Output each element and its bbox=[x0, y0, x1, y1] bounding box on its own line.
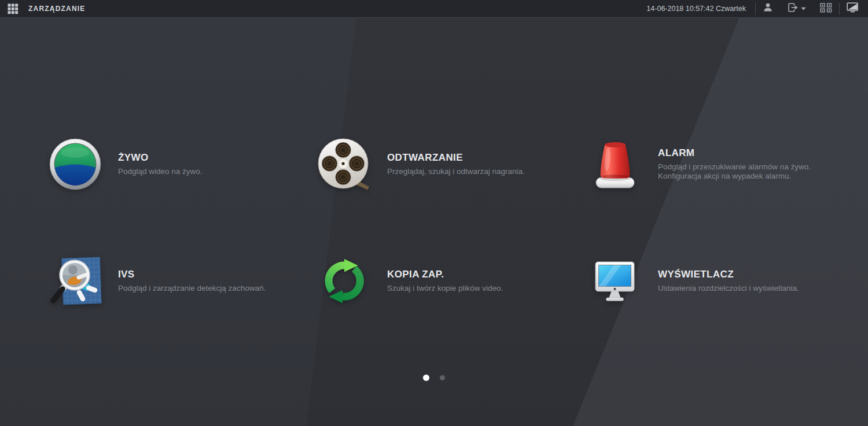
menu-item-live[interactable]: ŻYWO Podgląd wideo na żywo. bbox=[49, 136, 306, 192]
logout-icon bbox=[787, 2, 799, 15]
channel-config-icon bbox=[820, 3, 832, 15]
pagination bbox=[0, 375, 868, 381]
menu-item-desc: Przeglądaj, szukaj i odtwarzaj nagrania. bbox=[387, 167, 525, 176]
menu-item-title: ALARM bbox=[658, 147, 811, 159]
logout-button[interactable] bbox=[780, 0, 813, 17]
menu-item-title: IVS bbox=[118, 269, 266, 280]
menu-item-desc: Szukaj i twórz kopie plików video. bbox=[387, 284, 503, 293]
screen-adjust-icon bbox=[847, 2, 859, 15]
menu-item-backup[interactable]: KOPIA ZAP. Szukaj i twórz kopie plików v… bbox=[318, 253, 575, 309]
sync-arrows-icon bbox=[318, 254, 371, 308]
channel-config-button[interactable] bbox=[813, 0, 839, 17]
page-title: ZARZĄDZANIE bbox=[28, 5, 86, 13]
menu-item-display[interactable]: WYŚWIETLACZ Ustawienia rozdzielczości i … bbox=[589, 253, 846, 309]
menu-item-title: KOPIA ZAP. bbox=[387, 269, 503, 280]
menu-item-alarm[interactable]: ALARM Podgląd i przeszukiwanie alarmów n… bbox=[589, 136, 846, 192]
magnifier-grid-icon bbox=[49, 254, 102, 308]
screen-adjust-button[interactable] bbox=[840, 0, 866, 17]
user-icon bbox=[763, 2, 773, 15]
menu-item-title: ODTWARZANIE bbox=[387, 152, 525, 164]
chevron-down-icon bbox=[801, 7, 806, 10]
menu-item-ivs[interactable]: IVS Podgląd i zarządzanie detekcją zacho… bbox=[49, 253, 306, 309]
titlebar: ZARZĄDZANIE 14-06-2018 10:57:42 Czwartek bbox=[0, 0, 868, 18]
menu-item-desc: Konfiguracja akcji na wypadek alarmu. bbox=[658, 172, 811, 181]
siren-icon bbox=[589, 138, 642, 191]
datetime-text: 14-06-2018 10:57:42 Czwartek bbox=[646, 5, 746, 13]
menu-item-desc: Podgląd i przeszukiwanie alarmów na żywo… bbox=[658, 162, 811, 172]
menu-item-title: ŻYWO bbox=[118, 152, 203, 164]
page-dot-2[interactable] bbox=[440, 375, 445, 380]
monitor-icon bbox=[589, 254, 642, 308]
background-diagonal-right bbox=[0, 0, 868, 426]
live-eye-icon bbox=[49, 138, 102, 191]
menu-item-desc: Ustawienia rozdzielczości i wyświetlania… bbox=[658, 284, 799, 293]
management-home-screen: ZARZĄDZANIE 14-06-2018 10:57:42 Czwartek bbox=[0, 0, 868, 426]
menu-item-playback[interactable]: ODTWARZANIE Przeglądaj, szukaj i odtwarz… bbox=[318, 136, 575, 192]
menu-item-desc: Podgląd wideo na żywo. bbox=[118, 167, 203, 176]
menu-item-desc: Podgląd i zarządzanie detekcją zachowań. bbox=[118, 284, 266, 293]
user-button[interactable] bbox=[756, 0, 780, 17]
background-diagonal-band bbox=[0, 0, 868, 426]
apps-grid-icon[interactable] bbox=[8, 3, 19, 14]
menu-item-title: WYŚWIETLACZ bbox=[658, 269, 799, 280]
page-dot-1[interactable] bbox=[423, 375, 429, 381]
film-reel-icon bbox=[318, 138, 371, 191]
